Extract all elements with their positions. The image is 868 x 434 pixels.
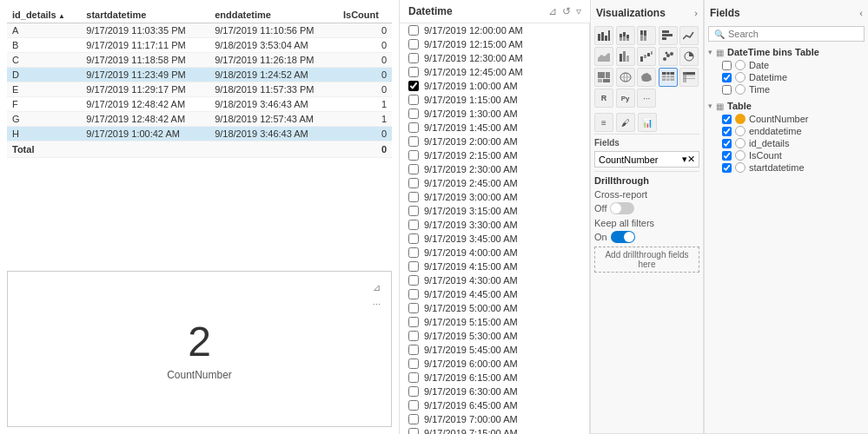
field-checkbox[interactable] [722, 151, 732, 161]
datetime-item[interactable]: 9/17/2019 1:30:00 AM [400, 107, 576, 121]
viz-bar-chart[interactable] [594, 26, 613, 45]
datetime-checkbox[interactable] [408, 345, 419, 355]
datetime-item[interactable]: 9/17/2019 5:00:00 AM [400, 301, 576, 315]
keep-all-toggle[interactable] [611, 231, 635, 243]
col-enddatetime[interactable]: enddatetime [209, 7, 338, 23]
datetime-checkbox[interactable] [408, 39, 419, 49]
datetime-item[interactable]: 9/17/2019 6:00:00 AM [400, 357, 576, 371]
datetime-item[interactable]: 9/17/2019 7:00:00 AM [400, 412, 576, 426]
datetime-item[interactable]: 9/17/2019 1:15:00 AM [400, 93, 576, 107]
field-checkbox[interactable] [722, 139, 732, 148]
field-checkbox[interactable] [722, 85, 732, 95]
viz-table[interactable] [659, 68, 678, 87]
fields-search-input[interactable] [728, 29, 858, 39]
fields-search-box[interactable]: 🔍 [708, 26, 865, 42]
viz-treemap[interactable] [594, 68, 613, 87]
filter-funnel-icon[interactable]: ⊿ [548, 5, 557, 17]
datetime-checkbox[interactable] [408, 372, 419, 383]
datetime-item[interactable]: 9/17/2019 1:00:00 AM [400, 79, 576, 93]
datetime-checkbox[interactable] [408, 303, 419, 313]
viz-field-dropdown[interactable]: CountNumber ▾✕ [594, 151, 699, 168]
field-checkbox[interactable] [722, 163, 732, 173]
viz-100-stacked[interactable] [637, 26, 656, 45]
viz-ribbon[interactable] [616, 47, 635, 66]
fields-group-header[interactable]: ▾ ▦ Table [708, 99, 865, 113]
datetime-checkbox[interactable] [408, 428, 419, 434]
col-iscount[interactable]: IsCount [338, 7, 392, 23]
datetime-checkbox[interactable] [408, 233, 419, 244]
datetime-item[interactable]: 9/17/2019 4:45:00 AM [400, 287, 576, 301]
datetime-item[interactable]: 9/17/2019 4:00:00 AM [400, 246, 576, 260]
datetime-checkbox[interactable] [408, 261, 419, 272]
datetime-item[interactable]: 9/17/2019 2:15:00 AM [400, 148, 576, 162]
datetime-item[interactable]: 9/17/2019 5:30:00 AM [400, 329, 576, 343]
viz-format-btn[interactable]: 🖌 [616, 113, 635, 132]
datetime-item[interactable]: 9/17/2019 7:15:00 AM [400, 426, 576, 434]
viz-filled-map[interactable] [637, 68, 656, 87]
datetime-item[interactable]: 9/17/2019 3:00:00 AM [400, 190, 576, 204]
datetime-item[interactable]: 9/17/2019 3:15:00 AM [400, 204, 576, 218]
datetime-checkbox[interactable] [408, 108, 419, 119]
field-checkbox[interactable] [722, 73, 732, 82]
datetime-item[interactable]: 9/17/2019 2:30:00 AM [400, 162, 576, 176]
datetime-checkbox[interactable] [408, 95, 419, 105]
datetime-item[interactable]: 9/17/2019 2:00:00 AM [400, 135, 576, 148]
datetime-checkbox[interactable] [408, 358, 419, 369]
datetime-checkbox[interactable] [408, 247, 419, 258]
viz-stacked-bar[interactable] [616, 26, 635, 45]
datetime-item[interactable]: 9/17/2019 6:45:00 AM [400, 398, 576, 412]
datetime-item[interactable]: 9/17/2019 4:30:00 AM [400, 273, 576, 287]
datetime-item[interactable]: 9/17/2019 6:15:00 AM [400, 371, 576, 385]
viz-waterfall[interactable] [637, 47, 656, 66]
datetime-item[interactable]: 9/17/2019 12:45:00 AM [400, 65, 576, 79]
field-checkbox[interactable] [722, 115, 732, 124]
cross-report-toggle[interactable] [610, 202, 634, 214]
datetime-checkbox[interactable] [408, 386, 419, 397]
viz-area-chart[interactable] [594, 47, 613, 66]
viz-panel-arrow[interactable]: › [694, 8, 698, 18]
datetime-checkbox[interactable] [408, 25, 419, 36]
viz-line-chart[interactable] [679, 26, 699, 45]
datetime-item[interactable]: 9/17/2019 12:30:00 AM [400, 51, 576, 65]
col-startdatetime[interactable]: startdatetime [81, 7, 209, 23]
field-checkbox[interactable] [722, 127, 732, 136]
filter-icon[interactable]: ⊿ [373, 282, 381, 293]
datetime-checkbox[interactable] [408, 164, 419, 174]
viz-horiz-bar[interactable] [659, 26, 678, 45]
datetime-checkbox[interactable] [408, 192, 419, 202]
datetime-item[interactable]: 9/17/2019 3:30:00 AM [400, 218, 576, 232]
col-id-details[interactable]: id_details [7, 7, 81, 23]
viz-pie[interactable] [679, 47, 699, 66]
datetime-item[interactable]: 9/17/2019 6:30:00 AM [400, 385, 576, 398]
viz-fields-btn[interactable]: ≡ [594, 113, 613, 132]
datetime-checkbox[interactable] [408, 400, 419, 411]
datetime-checkbox[interactable] [408, 317, 419, 327]
datetime-checkbox[interactable] [408, 289, 419, 299]
more-icon[interactable]: ··· [373, 299, 381, 309]
datetime-checkbox[interactable] [408, 150, 419, 161]
datetime-checkbox[interactable] [408, 275, 419, 286]
datetime-item[interactable]: 9/17/2019 2:45:00 AM [400, 176, 576, 190]
datetime-item[interactable]: 9/17/2019 5:45:00 AM [400, 343, 576, 357]
search-clear-icon[interactable]: ↺ [562, 5, 571, 17]
datetime-checkbox[interactable] [408, 178, 419, 188]
datetime-checkbox[interactable] [408, 81, 419, 91]
datetime-checkbox[interactable] [408, 331, 419, 341]
field-checkbox[interactable] [722, 61, 732, 70]
viz-analytics-btn[interactable]: 📊 [638, 113, 657, 132]
datetime-checkbox[interactable] [408, 53, 419, 63]
datetime-checkbox[interactable] [408, 206, 419, 216]
datetime-checkbox[interactable] [408, 136, 419, 147]
add-drillthrough-btn[interactable]: Add drillthrough fields here [594, 247, 699, 273]
fields-group-header[interactable]: ▾ ▦ DateTime bins Table [708, 45, 865, 59]
datetime-item[interactable]: 9/17/2019 12:15:00 AM [400, 37, 576, 51]
datetime-checkbox[interactable] [408, 220, 419, 230]
viz-scatter[interactable] [659, 47, 678, 66]
datetime-item[interactable]: 9/17/2019 12:00:00 AM [400, 23, 576, 37]
datetime-checkbox[interactable] [408, 67, 419, 77]
datetime-checkbox[interactable] [408, 122, 419, 133]
datetime-item[interactable]: 9/17/2019 1:45:00 AM [400, 121, 576, 135]
datetime-item[interactable]: 9/17/2019 4:15:00 AM [400, 260, 576, 273]
datetime-item[interactable]: 9/17/2019 5:15:00 AM [400, 315, 576, 329]
datetime-item[interactable]: 9/17/2019 3:45:00 AM [400, 232, 576, 246]
